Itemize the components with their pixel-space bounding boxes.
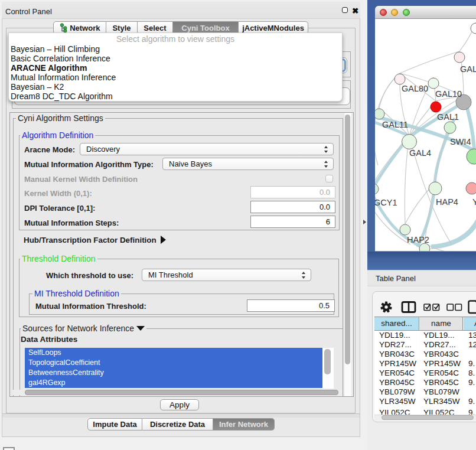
svg-text:GAL80: GAL80 — [402, 84, 428, 93]
svg-text:GAL11: GAL11 — [382, 120, 408, 129]
svg-text:GCY1: GCY1 — [375, 198, 397, 207]
svg-text:HAP2: HAP2 — [407, 235, 429, 244]
svg-text:HAP4: HAP4 — [436, 197, 458, 207]
svg-text:GAL4: GAL4 — [409, 148, 431, 158]
svg-text:Y: Y — [472, 197, 476, 207]
svg-text:SWI4: SWI4 — [450, 137, 471, 146]
svg-text:GAL10: GAL10 — [435, 89, 462, 99]
svg-text:GAL: GAL — [460, 64, 476, 74]
svg-text:GAL1: GAL1 — [437, 112, 459, 122]
